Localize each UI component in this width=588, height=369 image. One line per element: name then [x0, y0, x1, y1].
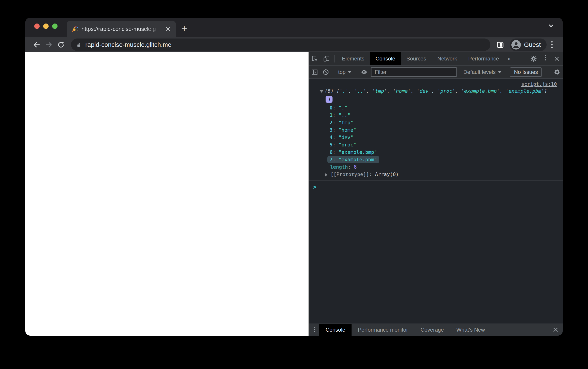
- drawer-tab-whats-new[interactable]: What's New: [450, 324, 491, 336]
- console-array-summary[interactable]: (8) ['.', '..', 'tmp', 'home', 'dev', 'p…: [309, 87, 563, 95]
- side-panel-icon[interactable]: [494, 39, 506, 51]
- length-value: 8: [354, 164, 357, 170]
- array-length-row: length: 8: [309, 163, 563, 171]
- expander-closed-icon[interactable]: [325, 173, 327, 177]
- prototype-label: [[Prototype]]: [331, 172, 369, 177]
- drawer-close-icon[interactable]: [548, 324, 563, 336]
- console-settings-gear-icon[interactable]: [551, 66, 563, 78]
- no-issues-button[interactable]: No Issues: [510, 67, 542, 77]
- prototype-row[interactable]: [[Prototype]]: Array(0): [309, 171, 563, 178]
- array-item-row[interactable]: 1: "..": [309, 112, 563, 119]
- reload-button[interactable]: [55, 39, 67, 51]
- tab-performance[interactable]: Performance: [463, 52, 505, 65]
- console-prompt[interactable]: >: [309, 181, 563, 190]
- devtools-close-icon[interactable]: [551, 52, 563, 65]
- tab-elements[interactable]: Elements: [336, 52, 370, 65]
- drawer-sidebar-toggle-icon[interactable]: [309, 66, 320, 78]
- expander-open-icon[interactable]: [319, 90, 324, 93]
- tab-sources[interactable]: Sources: [401, 52, 432, 65]
- profile-button[interactable]: Guest: [510, 39, 547, 51]
- array-item-row[interactable]: 4: "dev": [309, 134, 563, 141]
- window-controls: [34, 23, 58, 29]
- address-bar[interactable]: rapid-concise-muscle.glitch.me: [71, 39, 490, 51]
- filter-input[interactable]: [371, 67, 456, 77]
- drawer-tab-performance-monitor[interactable]: Performance monitor: [352, 324, 414, 336]
- new-tab-button[interactable]: +: [178, 22, 191, 35]
- drawer-tab-console[interactable]: Console: [319, 324, 352, 336]
- lock-icon[interactable]: [76, 42, 82, 48]
- browser-toolbar: rapid-concise-muscle.glitch.me Guest: [25, 37, 563, 52]
- party-popper-icon: [71, 25, 79, 33]
- device-toolbar-icon[interactable]: [321, 52, 332, 65]
- length-label: length: [330, 164, 348, 170]
- array-item-row[interactable]: 0: ".": [309, 104, 563, 112]
- context-selector[interactable]: top: [335, 69, 355, 75]
- devtools-menu-icon[interactable]: [539, 52, 551, 63]
- browser-tab[interactable]: https://rapid-concise-muscle.g: [67, 20, 176, 37]
- array-item-row[interactable]: 3: "home": [309, 126, 563, 134]
- devtools-drawer-bar: Console Performance monitor Coverage Wha…: [309, 324, 563, 336]
- console-array-items: 0: "."1: ".."2: "tmp"3: "home"4: "dev"5:…: [309, 104, 563, 163]
- prompt-chevron-icon: >: [313, 184, 317, 190]
- browser-menu-icon[interactable]: [547, 39, 557, 50]
- settings-gear-icon[interactable]: [528, 52, 539, 65]
- live-expression-eye-icon[interactable]: [358, 66, 370, 78]
- clear-console-icon[interactable]: [320, 66, 331, 78]
- tab-title: https://rapid-concise-muscle.g: [81, 26, 161, 32]
- tab-network[interactable]: Network: [432, 52, 463, 65]
- back-button[interactable]: [31, 39, 43, 51]
- levels-dropdown[interactable]: Default levels: [461, 69, 505, 75]
- array-item-row[interactable]: 6: "example.bmp": [309, 148, 563, 156]
- info-badge-row: i: [309, 96, 563, 103]
- forward-button[interactable]: [43, 39, 55, 51]
- console-array-preview: (8) ['.', '..', 'tmp', 'home', 'dev', 'p…: [325, 88, 547, 94]
- browser-window: https://rapid-concise-muscle.g +: [25, 18, 563, 336]
- array-item-row[interactable]: 5: "proc": [309, 141, 563, 148]
- source-link[interactable]: script.js:10: [521, 81, 557, 87]
- desktop-background: https://rapid-concise-muscle.g +: [0, 0, 588, 369]
- close-window-button[interactable]: [34, 23, 40, 29]
- prototype-value: Array(0): [375, 172, 399, 177]
- more-tabs-icon[interactable]: »: [505, 52, 514, 65]
- devtools-tab-bar: Elements Console Sources Network Perform…: [309, 52, 563, 66]
- drawer-menu-icon[interactable]: [309, 324, 319, 335]
- url-text: rapid-concise-muscle.glitch.me: [85, 41, 171, 48]
- avatar-icon: [511, 40, 521, 50]
- console-output[interactable]: script.js:10 (8) ['.', '..', 'tmp', 'hom…: [309, 79, 563, 324]
- array-item-row[interactable]: 2: "tmp": [309, 119, 563, 126]
- array-item-row[interactable]: 7: "example.pbm": [309, 156, 563, 163]
- divider: [334, 55, 335, 62]
- chevron-down-icon[interactable]: [547, 23, 555, 28]
- console-toolbar: top Default levels: [309, 66, 563, 79]
- tab-close-icon[interactable]: [164, 25, 172, 33]
- drawer-tab-coverage[interactable]: Coverage: [414, 324, 450, 336]
- tab-console[interactable]: Console: [370, 52, 401, 65]
- minimize-window-button[interactable]: [43, 23, 49, 29]
- zoom-window-button[interactable]: [52, 23, 58, 29]
- caret-down-icon: [498, 71, 502, 73]
- page-viewport[interactable]: [25, 52, 309, 336]
- devtools-panel: Elements Console Sources Network Perform…: [309, 52, 563, 336]
- levels-label: Default levels: [463, 69, 496, 75]
- info-badge-icon: i: [325, 96, 333, 103]
- tab-strip: https://rapid-concise-muscle.g +: [25, 18, 563, 37]
- profile-name: Guest: [524, 41, 541, 48]
- source-location-row: script.js:10: [309, 79, 563, 87]
- caret-down-icon: [348, 71, 352, 73]
- context-label: top: [338, 69, 345, 75]
- inspect-element-icon[interactable]: [309, 52, 321, 65]
- content-area: Elements Console Sources Network Perform…: [25, 52, 563, 336]
